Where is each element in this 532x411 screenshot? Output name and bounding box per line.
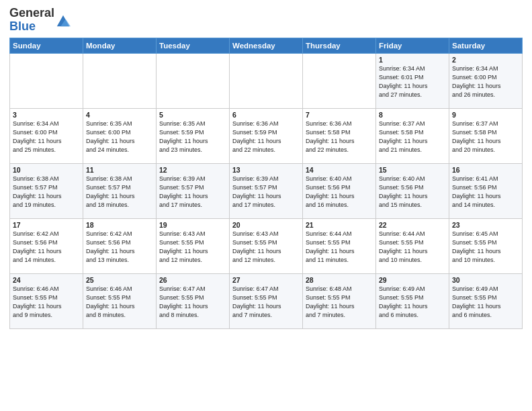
day-info: Sunrise: 6:46 AM Sunset: 5:55 PM Dayligh…: [13, 285, 80, 320]
day-info: Sunrise: 6:34 AM Sunset: 6:00 PM Dayligh…: [452, 64, 519, 99]
day-info: Sunrise: 6:47 AM Sunset: 5:55 PM Dayligh…: [232, 285, 300, 320]
day-info: Sunrise: 6:35 AM Sunset: 6:00 PM Dayligh…: [86, 120, 153, 154]
calendar-cell: 17Sunrise: 6:42 AM Sunset: 5:56 PM Dayli…: [10, 218, 83, 273]
calendar-cell: [10, 53, 83, 108]
day-number: 6: [232, 111, 300, 119]
day-number: 30: [452, 276, 519, 284]
day-header-sunday: Sunday: [10, 38, 83, 53]
day-info: Sunrise: 6:36 AM Sunset: 5:58 PM Dayligh…: [306, 120, 373, 154]
day-number: 17: [13, 221, 80, 229]
day-info: Sunrise: 6:44 AM Sunset: 5:55 PM Dayligh…: [306, 230, 373, 265]
day-header-friday: Friday: [376, 38, 449, 53]
logo-blue-text: Blue: [9, 19, 36, 33]
calendar-cell: 8Sunrise: 6:37 AM Sunset: 5:58 PM Daylig…: [376, 108, 449, 163]
calendar-cell: 28Sunrise: 6:48 AM Sunset: 5:55 PM Dayli…: [303, 273, 376, 328]
logo-general-text: General: [9, 6, 54, 19]
calendar-cell: 30Sunrise: 6:49 AM Sunset: 5:55 PM Dayli…: [449, 273, 523, 328]
day-number: 12: [159, 166, 226, 174]
calendar-week-4: 17Sunrise: 6:42 AM Sunset: 5:56 PM Dayli…: [10, 218, 523, 273]
day-number: 4: [86, 111, 153, 119]
day-info: Sunrise: 6:34 AM Sunset: 6:00 PM Dayligh…: [13, 120, 80, 154]
calendar-table: SundayMondayTuesdayWednesdayThursdayFrid…: [9, 38, 523, 329]
calendar-cell: 2Sunrise: 6:34 AM Sunset: 6:00 PM Daylig…: [449, 53, 523, 108]
calendar-cell: 29Sunrise: 6:49 AM Sunset: 5:55 PM Dayli…: [376, 273, 449, 328]
day-info: Sunrise: 6:43 AM Sunset: 5:55 PM Dayligh…: [232, 230, 300, 265]
day-number: 5: [159, 111, 226, 119]
day-number: 11: [86, 166, 153, 174]
day-number: 9: [452, 111, 519, 119]
day-info: Sunrise: 6:40 AM Sunset: 5:56 PM Dayligh…: [306, 175, 373, 210]
day-header-thursday: Thursday: [303, 38, 376, 53]
day-info: Sunrise: 6:42 AM Sunset: 5:56 PM Dayligh…: [86, 230, 153, 265]
day-number: 22: [379, 221, 446, 229]
day-info: Sunrise: 6:43 AM Sunset: 5:55 PM Dayligh…: [159, 230, 226, 265]
calendar-week-3: 10Sunrise: 6:38 AM Sunset: 5:57 PM Dayli…: [10, 163, 523, 218]
day-info: Sunrise: 6:35 AM Sunset: 5:59 PM Dayligh…: [159, 120, 226, 154]
calendar-cell: 18Sunrise: 6:42 AM Sunset: 5:56 PM Dayli…: [83, 218, 157, 273]
day-info: Sunrise: 6:49 AM Sunset: 5:55 PM Dayligh…: [379, 285, 446, 320]
calendar-cell: 5Sunrise: 6:35 AM Sunset: 5:59 PM Daylig…: [157, 108, 230, 163]
day-number: 7: [306, 111, 373, 119]
day-info: Sunrise: 6:38 AM Sunset: 5:57 PM Dayligh…: [86, 175, 153, 210]
day-number: 15: [379, 166, 446, 174]
calendar-cell: 23Sunrise: 6:45 AM Sunset: 5:55 PM Dayli…: [449, 218, 523, 273]
logo-icon: [56, 13, 71, 28]
calendar-cell: [83, 53, 157, 108]
calendar-cell: 25Sunrise: 6:46 AM Sunset: 5:55 PM Dayli…: [83, 273, 157, 328]
day-number: 25: [86, 276, 153, 284]
day-header-monday: Monday: [83, 38, 157, 53]
calendar-cell: 19Sunrise: 6:43 AM Sunset: 5:55 PM Dayli…: [157, 218, 230, 273]
calendar-cell: 26Sunrise: 6:47 AM Sunset: 5:55 PM Dayli…: [157, 273, 230, 328]
day-info: Sunrise: 6:40 AM Sunset: 5:56 PM Dayligh…: [379, 175, 446, 210]
calendar-cell: 22Sunrise: 6:44 AM Sunset: 5:55 PM Dayli…: [376, 218, 449, 273]
calendar-cell: 13Sunrise: 6:39 AM Sunset: 5:57 PM Dayli…: [230, 163, 303, 218]
calendar-cell: 12Sunrise: 6:39 AM Sunset: 5:57 PM Dayli…: [157, 163, 230, 218]
day-number: 20: [232, 221, 300, 229]
calendar-cell: 21Sunrise: 6:44 AM Sunset: 5:55 PM Dayli…: [303, 218, 376, 273]
logo: General Blue: [9, 7, 71, 34]
day-info: Sunrise: 6:46 AM Sunset: 5:55 PM Dayligh…: [86, 285, 153, 320]
calendar-week-5: 24Sunrise: 6:46 AM Sunset: 5:55 PM Dayli…: [10, 273, 523, 328]
calendar-cell: 9Sunrise: 6:37 AM Sunset: 5:58 PM Daylig…: [449, 108, 523, 163]
calendar-week-1: 1Sunrise: 6:34 AM Sunset: 6:01 PM Daylig…: [10, 53, 523, 108]
calendar-cell: 27Sunrise: 6:47 AM Sunset: 5:55 PM Dayli…: [230, 273, 303, 328]
day-info: Sunrise: 6:47 AM Sunset: 5:55 PM Dayligh…: [159, 285, 226, 320]
day-info: Sunrise: 6:34 AM Sunset: 6:01 PM Dayligh…: [379, 64, 446, 99]
day-header-wednesday: Wednesday: [230, 38, 303, 53]
calendar-cell: 7Sunrise: 6:36 AM Sunset: 5:58 PM Daylig…: [303, 108, 376, 163]
calendar-cell: 11Sunrise: 6:38 AM Sunset: 5:57 PM Dayli…: [83, 163, 157, 218]
calendar-cell: [157, 53, 230, 108]
calendar-cell: 4Sunrise: 6:35 AM Sunset: 6:00 PM Daylig…: [83, 108, 157, 163]
day-info: Sunrise: 6:42 AM Sunset: 5:56 PM Dayligh…: [13, 230, 80, 265]
day-number: 3: [13, 111, 80, 119]
calendar-cell: [230, 53, 303, 108]
day-info: Sunrise: 6:38 AM Sunset: 5:57 PM Dayligh…: [13, 175, 80, 210]
day-info: Sunrise: 6:45 AM Sunset: 5:55 PM Dayligh…: [452, 230, 519, 265]
calendar-cell: 20Sunrise: 6:43 AM Sunset: 5:55 PM Dayli…: [230, 218, 303, 273]
day-number: 8: [379, 111, 446, 119]
day-info: Sunrise: 6:37 AM Sunset: 5:58 PM Dayligh…: [379, 120, 446, 154]
calendar-cell: [303, 53, 376, 108]
calendar-cell: 10Sunrise: 6:38 AM Sunset: 5:57 PM Dayli…: [10, 163, 83, 218]
day-number: 27: [232, 276, 300, 284]
day-number: 16: [452, 166, 519, 174]
calendar-week-2: 3Sunrise: 6:34 AM Sunset: 6:00 PM Daylig…: [10, 108, 523, 163]
day-number: 19: [159, 221, 226, 229]
day-header-tuesday: Tuesday: [157, 38, 230, 53]
day-number: 28: [306, 276, 373, 284]
calendar-cell: 1Sunrise: 6:34 AM Sunset: 6:01 PM Daylig…: [376, 53, 449, 108]
calendar-container: General Blue SundayMondayTuesdayWednesda…: [0, 0, 532, 334]
calendar-cell: 24Sunrise: 6:46 AM Sunset: 5:55 PM Dayli…: [10, 273, 83, 328]
day-info: Sunrise: 6:41 AM Sunset: 5:56 PM Dayligh…: [452, 175, 519, 210]
day-info: Sunrise: 6:49 AM Sunset: 5:55 PM Dayligh…: [452, 285, 519, 320]
day-header-saturday: Saturday: [449, 38, 523, 53]
day-number: 2: [452, 56, 519, 64]
day-number: 26: [159, 276, 226, 284]
day-number: 21: [306, 221, 373, 229]
calendar-cell: 3Sunrise: 6:34 AM Sunset: 6:00 PM Daylig…: [10, 108, 83, 163]
day-number: 14: [306, 166, 373, 174]
day-number: 13: [232, 166, 300, 174]
calendar-cell: 14Sunrise: 6:40 AM Sunset: 5:56 PM Dayli…: [303, 163, 376, 218]
calendar-cell: 15Sunrise: 6:40 AM Sunset: 5:56 PM Dayli…: [376, 163, 449, 218]
header-row: General Blue: [9, 7, 523, 34]
